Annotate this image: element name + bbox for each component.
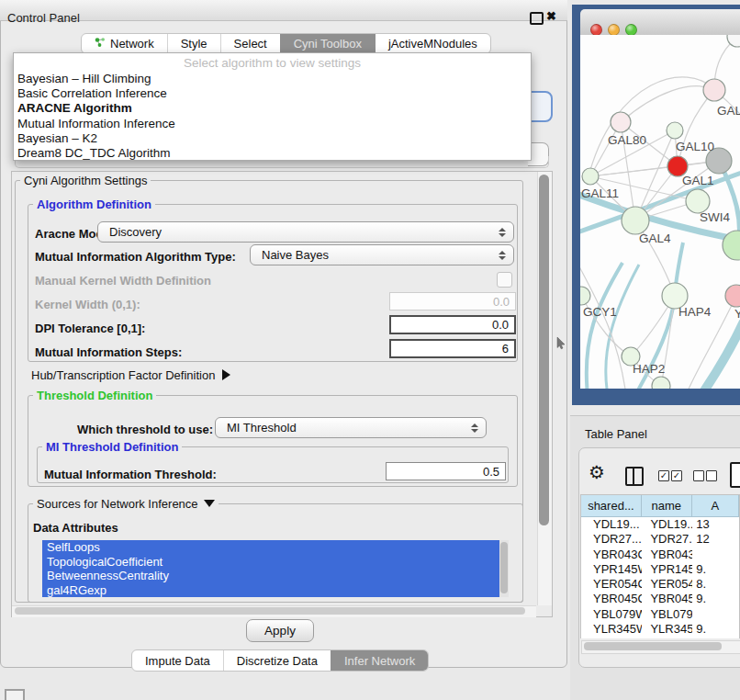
tab-style[interactable]: Style	[167, 34, 220, 53]
table-cell: 13	[692, 517, 739, 532]
table-hscrollbar-thumb[interactable]	[584, 642, 722, 650]
table-cell: YIL052C	[581, 637, 642, 638]
tab-jactivemnodules[interactable]: jActiveMNodules	[375, 34, 490, 53]
kernel-width-field[interactable]	[389, 292, 516, 310]
table-row[interactable]: YDL19...YDL19...13	[581, 517, 739, 532]
triangle-right-icon	[222, 369, 230, 380]
dropdown-item[interactable]: Bayesian – Hill Climbing	[14, 72, 531, 86]
gear-icon[interactable]: ⚙	[589, 463, 605, 481]
node-label: SWI4	[700, 210, 730, 224]
aracne-mode-value: Discovery	[98, 225, 498, 239]
hub-definition-toggle[interactable]: Hub/Transcription Factor Definition	[31, 368, 230, 382]
table-row[interactable]: YBR045CYBR045C9.	[581, 592, 739, 606]
table-cell: 9.	[692, 622, 739, 637]
network-node-gal4[interactable]	[622, 207, 649, 234]
unchecked-checkbox-icon[interactable]	[706, 470, 717, 481]
attributes-scrollbar-thumb[interactable]	[500, 542, 508, 593]
manual-kernel-label: Manual Kernel Width Definition	[35, 274, 211, 288]
tab-label: Select	[234, 37, 267, 51]
network-node-y[interactable]	[725, 285, 740, 307]
unchecked-checkbox-icon[interactable]	[693, 470, 704, 481]
network-node-gal[interactable]	[703, 79, 725, 101]
node-label: GAL	[717, 104, 740, 118]
dpi-tolerance-field[interactable]	[389, 315, 516, 334]
network-node-gcy1[interactable]	[580, 287, 590, 305]
data-attributes-label: Data Attributes	[33, 521, 118, 535]
table-row[interactable]: YPR145WYPR145W9.	[581, 562, 739, 577]
aracne-mode-select[interactable]: Discovery	[97, 221, 514, 243]
node-label: GAL1	[682, 174, 714, 187]
attribute-list-item[interactable]: TopologicalCoefficient	[42, 555, 509, 570]
network-edge	[588, 77, 714, 180]
attribute-list-item[interactable]: BetweennessCentrality	[42, 569, 509, 583]
table-row[interactable]: YBL079WYBL079W	[581, 607, 739, 622]
column-header[interactable]: name	[642, 495, 692, 516]
minimized-panel-icon[interactable]	[5, 689, 25, 700]
network-node[interactable]	[652, 377, 670, 389]
attribute-list-item[interactable]: SelfLoops	[42, 540, 509, 555]
dropdown-item[interactable]: ARACNE Algorithm	[14, 101, 531, 116]
node-label: GAL11	[581, 186, 619, 200]
table-row[interactable]: YER054CYER054C8.	[581, 577, 739, 592]
tab-network[interactable]: Network	[82, 34, 167, 53]
mi-steps-label: Mutual Information Steps:	[35, 345, 182, 359]
network-window-titlebar[interactable]	[580, 9, 740, 36]
checked-checkbox-icon[interactable]: ✓	[658, 470, 669, 481]
which-threshold-value: MI Threshold	[216, 421, 470, 435]
tab-label: jActiveMNodules	[388, 37, 477, 51]
network-node-gal11[interactable]	[582, 168, 599, 185]
mi-type-select[interactable]: Naive Bayes	[250, 244, 514, 265]
network-node-gal10[interactable]	[667, 122, 683, 139]
table-row[interactable]: YBR043CYBR043C	[581, 548, 739, 562]
table-cell: YDR27...	[642, 532, 692, 547]
table-cell: YBR045C	[642, 592, 692, 606]
table-cell: 8.	[692, 577, 739, 592]
attribute-list-item[interactable]: gal4RGexp	[42, 583, 509, 598]
table-body: YDL19...YDL19...13YDR27...YDR27...12YBR0…	[581, 517, 739, 638]
table-cell	[692, 607, 739, 622]
vertical-scrollbar-thumb[interactable]	[539, 175, 549, 525]
table-cell	[692, 548, 739, 562]
network-canvas[interactable]: GALGAL80GAL10GAL11GAL1GAL4SWI4GCY1HAP4YH…	[580, 35, 740, 389]
algorithm-definition-group-label: Algorithm Definition	[33, 198, 155, 210]
dropdown-item[interactable]: Dream8 DC_TDC Algorithm	[14, 146, 531, 161]
column-header[interactable]: shared...	[581, 495, 642, 516]
document-icon[interactable]	[730, 462, 740, 488]
node-table: shared...nameA YDL19...YDL19...13YDR27..…	[580, 494, 740, 638]
close-icon[interactable]: ✖	[546, 9, 556, 23]
apply-button[interactable]: Apply	[246, 619, 314, 642]
tab-cyni-toolbox[interactable]: Cyni Toolbox	[280, 34, 375, 53]
which-threshold-select[interactable]: MI Threshold	[215, 417, 487, 438]
table-row[interactable]: YIL052CYIL052C9	[581, 637, 739, 638]
table-cell: YIL052C	[642, 637, 692, 638]
table-cell: YDL19...	[642, 517, 692, 532]
dropdown-item[interactable]: Bayesian – K2	[14, 131, 531, 146]
node-label: Y	[734, 307, 740, 321]
manual-kernel-checkbox[interactable]	[497, 272, 512, 288]
table-row[interactable]: YLR345WYLR345W9.	[581, 622, 739, 637]
table-row[interactable]: YDR27...YDR27...12	[581, 532, 739, 547]
table-cell: YER054C	[581, 577, 642, 592]
tab-infer-network[interactable]: Infer Network	[331, 650, 428, 671]
bottom-tabs: Impute DataDiscretize DataInfer Network	[131, 649, 429, 672]
threshold-group-label: Threshold Definition	[33, 390, 156, 401]
column-header[interactable]: A	[692, 495, 739, 516]
dropdown-item[interactable]: Basic Correlation Inference	[14, 86, 531, 101]
tab-select[interactable]: Select	[220, 34, 280, 53]
float-window-icon[interactable]	[530, 12, 544, 25]
checked-checkbox-icon[interactable]: ✓	[671, 470, 682, 481]
tab-impute-data[interactable]: Impute Data	[132, 650, 223, 671]
dropdown-item[interactable]: Mutual Information Inference	[14, 117, 531, 131]
horizontal-scrollbar-thumb[interactable]	[15, 607, 525, 615]
sources-group-label: Sources for Network Inference	[37, 497, 198, 511]
mi-threshold-field[interactable]	[386, 462, 506, 480]
split-columns-icon[interactable]	[625, 467, 644, 486]
table-cell: YBR043C	[642, 548, 692, 562]
tab-label: Network	[110, 37, 154, 51]
mi-steps-field[interactable]	[389, 339, 516, 358]
table-cell: YER054C	[642, 577, 692, 592]
network-node-gal80[interactable]	[611, 112, 631, 132]
mouse-cursor	[556, 337, 566, 354]
tab-discretize-data[interactable]: Discretize Data	[223, 650, 331, 671]
sources-group-toggle[interactable]: Sources for Network Inference	[33, 498, 219, 510]
